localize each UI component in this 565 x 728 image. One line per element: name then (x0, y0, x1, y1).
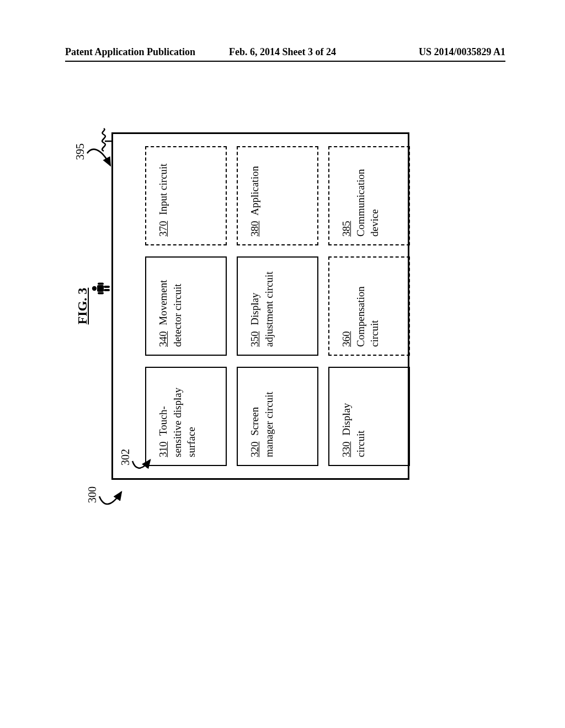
svg-rect-3 (98, 283, 104, 285)
block-360: 360 Compensation circuit (328, 256, 410, 356)
figure-title: FIG. 3 (75, 132, 90, 480)
block-370: 370 Input circuit (145, 146, 227, 245)
block-350: 350 Display adjustment circuit (237, 256, 318, 356)
ref-340: 340 (156, 331, 170, 347)
callout-300: 300 (100, 480, 131, 518)
svg-rect-1 (97, 285, 104, 292)
svg-point-0 (92, 286, 97, 291)
arrow-300-icon (98, 480, 126, 518)
svg-rect-4 (104, 289, 110, 291)
diagram-wrapper: FIG. 3 300 302 (95, 132, 470, 480)
label-380: Application (249, 166, 260, 216)
person-icon (92, 281, 110, 296)
header-right: US 2014/0035829 A1 (419, 46, 505, 58)
ref-370: 370 (156, 221, 170, 237)
block-385: 385 Communication device (328, 146, 410, 245)
patent-page: Patent Application Publication Feb. 6, 2… (0, 0, 565, 728)
ref-385: 385 (339, 221, 354, 237)
header-rule (65, 61, 505, 62)
label-385: Communication device (355, 169, 381, 237)
block-310: 310 Touch-sensitive display surface (145, 367, 227, 466)
svg-rect-2 (98, 292, 104, 295)
ref-380: 380 (248, 221, 262, 237)
ref-395: 395 (74, 143, 87, 160)
ref-330: 330 (339, 442, 354, 458)
label-370: Input circuit (157, 163, 169, 215)
ref-310: 310 (156, 442, 170, 458)
block-330: 330 Display circuit (328, 367, 410, 466)
block-340: 340 Movement detector circuit (145, 256, 227, 356)
ref-320: 320 (248, 442, 262, 458)
label-360: Compensation circuit (355, 286, 381, 347)
figure-3: FIG. 3 300 302 (95, 132, 470, 480)
block-320: 320 Screen manager circuit (237, 367, 318, 466)
svg-rect-5 (104, 286, 110, 288)
block-380: 380 Application (237, 146, 318, 245)
ref-300: 300 (86, 486, 99, 503)
ref-350: 350 (248, 331, 262, 347)
ref-360: 360 (339, 331, 354, 347)
device-box: 310 Touch-sensitive display surface 340 … (111, 132, 409, 480)
